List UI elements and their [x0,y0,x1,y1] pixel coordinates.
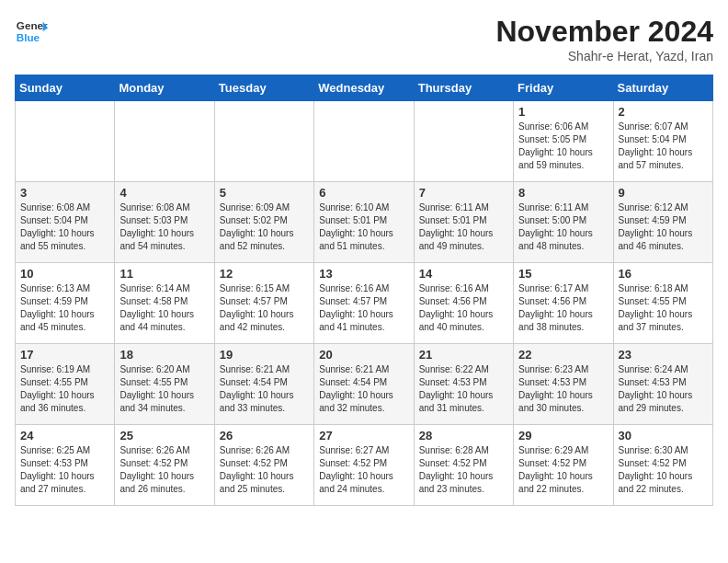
calendar-cell: 12Sunrise: 6:15 AM Sunset: 4:57 PM Dayli… [214,263,313,344]
calendar-cell: 4Sunrise: 6:08 AM Sunset: 5:03 PM Daylig… [115,182,214,263]
day-number: 8 [518,186,608,200]
day-info: Sunrise: 6:21 AM Sunset: 4:54 PM Dayligh… [319,363,408,415]
weekday-friday: Friday [514,75,613,101]
weekday-sunday: Sunday [16,75,115,101]
calendar-cell: 19Sunrise: 6:21 AM Sunset: 4:54 PM Dayli… [214,344,313,425]
day-info: Sunrise: 6:10 AM Sunset: 5:01 PM Dayligh… [319,201,408,253]
calendar-table: SundayMondayTuesdayWednesdayThursdayFrid… [15,75,713,506]
calendar-cell: 20Sunrise: 6:21 AM Sunset: 4:54 PM Dayli… [314,344,414,425]
calendar-cell: 11Sunrise: 6:14 AM Sunset: 4:58 PM Dayli… [115,263,214,344]
calendar-cell: 17Sunrise: 6:19 AM Sunset: 4:55 PM Dayli… [16,344,115,425]
logo-icon: General Blue [15,15,48,48]
day-number: 27 [319,429,408,442]
day-number: 22 [518,348,608,362]
day-number: 3 [20,186,109,200]
weekday-thursday: Thursday [414,75,513,101]
day-info: Sunrise: 6:12 AM Sunset: 4:59 PM Dayligh… [619,201,708,253]
day-info: Sunrise: 6:07 AM Sunset: 5:04 PM Dayligh… [619,121,708,172]
calendar-cell: 26Sunrise: 6:26 AM Sunset: 4:52 PM Dayli… [214,425,313,506]
day-number: 18 [119,348,209,362]
day-number: 23 [619,348,708,362]
location: Shahr-e Herat, Yazd, Iran [495,49,713,63]
day-number: 6 [319,186,408,200]
calendar-week-3: 10Sunrise: 6:13 AM Sunset: 4:59 PM Dayli… [16,263,713,344]
calendar-cell: 6Sunrise: 6:10 AM Sunset: 5:01 PM Daylig… [314,182,414,263]
day-info: Sunrise: 6:08 AM Sunset: 5:03 PM Dayligh… [119,201,209,253]
day-info: Sunrise: 6:30 AM Sunset: 4:52 PM Dayligh… [619,444,708,496]
calendar-cell: 25Sunrise: 6:26 AM Sunset: 4:52 PM Dayli… [115,425,214,506]
day-number: 26 [220,429,309,442]
day-info: Sunrise: 6:09 AM Sunset: 5:02 PM Dayligh… [220,201,309,253]
calendar-cell: 29Sunrise: 6:29 AM Sunset: 4:52 PM Dayli… [514,425,613,506]
svg-text:Blue: Blue [17,31,40,43]
day-info: Sunrise: 6:19 AM Sunset: 4:55 PM Dayligh… [20,363,109,415]
day-number: 30 [619,429,708,442]
day-number: 7 [419,186,508,200]
calendar-cell: 24Sunrise: 6:25 AM Sunset: 4:53 PM Dayli… [16,425,115,506]
day-info: Sunrise: 6:25 AM Sunset: 4:53 PM Dayligh… [20,444,109,496]
day-info: Sunrise: 6:28 AM Sunset: 4:52 PM Dayligh… [419,444,508,496]
calendar-week-2: 3Sunrise: 6:08 AM Sunset: 5:04 PM Daylig… [16,182,713,263]
day-number: 17 [20,348,109,362]
calendar-cell: 30Sunrise: 6:30 AM Sunset: 4:52 PM Dayli… [613,425,712,506]
calendar-cell: 2Sunrise: 6:07 AM Sunset: 5:04 PM Daylig… [613,101,712,182]
calendar-cell: 18Sunrise: 6:20 AM Sunset: 4:55 PM Dayli… [115,344,214,425]
weekday-wednesday: Wednesday [314,75,414,101]
day-info: Sunrise: 6:17 AM Sunset: 4:56 PM Dayligh… [518,282,608,334]
calendar-cell [314,101,414,182]
day-number: 14 [419,267,508,281]
calendar-week-5: 24Sunrise: 6:25 AM Sunset: 4:53 PM Dayli… [16,425,713,506]
calendar-cell: 7Sunrise: 6:11 AM Sunset: 5:01 PM Daylig… [414,182,513,263]
calendar-cell: 16Sunrise: 6:18 AM Sunset: 4:55 PM Dayli… [613,263,712,344]
day-info: Sunrise: 6:11 AM Sunset: 5:01 PM Dayligh… [419,201,508,253]
day-number: 11 [119,267,209,281]
weekday-header-row: SundayMondayTuesdayWednesdayThursdayFrid… [16,75,713,101]
calendar-cell [115,101,214,182]
month-title: November 2024 [495,15,713,49]
calendar-week-1: 1Sunrise: 6:06 AM Sunset: 5:05 PM Daylig… [16,101,713,182]
day-info: Sunrise: 6:18 AM Sunset: 4:55 PM Dayligh… [619,282,708,334]
day-info: Sunrise: 6:27 AM Sunset: 4:52 PM Dayligh… [319,444,408,496]
day-number: 1 [518,105,608,119]
calendar-cell [414,101,513,182]
day-number: 25 [119,429,209,442]
day-info: Sunrise: 6:26 AM Sunset: 4:52 PM Dayligh… [119,444,209,496]
calendar-cell: 15Sunrise: 6:17 AM Sunset: 4:56 PM Dayli… [514,263,613,344]
day-number: 2 [619,105,708,119]
calendar-cell [214,101,313,182]
weekday-monday: Monday [115,75,214,101]
calendar-cell: 10Sunrise: 6:13 AM Sunset: 4:59 PM Dayli… [16,263,115,344]
day-info: Sunrise: 6:13 AM Sunset: 4:59 PM Dayligh… [20,282,109,334]
calendar-cell: 28Sunrise: 6:28 AM Sunset: 4:52 PM Dayli… [414,425,513,506]
weekday-tuesday: Tuesday [214,75,313,101]
day-number: 29 [518,429,608,442]
calendar-week-4: 17Sunrise: 6:19 AM Sunset: 4:55 PM Dayli… [16,344,713,425]
day-number: 4 [119,186,209,200]
day-info: Sunrise: 6:06 AM Sunset: 5:05 PM Dayligh… [518,121,608,172]
day-info: Sunrise: 6:11 AM Sunset: 5:00 PM Dayligh… [518,201,608,253]
day-info: Sunrise: 6:14 AM Sunset: 4:58 PM Dayligh… [119,282,209,334]
day-number: 13 [319,267,408,281]
calendar-cell: 1Sunrise: 6:06 AM Sunset: 5:05 PM Daylig… [514,101,613,182]
day-number: 21 [419,348,508,362]
calendar-cell: 23Sunrise: 6:24 AM Sunset: 4:53 PM Dayli… [613,344,712,425]
day-number: 12 [220,267,309,281]
day-number: 19 [220,348,309,362]
day-number: 28 [419,429,508,442]
calendar-cell [16,101,115,182]
day-info: Sunrise: 6:16 AM Sunset: 4:56 PM Dayligh… [419,282,508,334]
day-info: Sunrise: 6:26 AM Sunset: 4:52 PM Dayligh… [220,444,309,496]
day-number: 15 [518,267,608,281]
weekday-saturday: Saturday [613,75,712,101]
calendar-cell: 22Sunrise: 6:23 AM Sunset: 4:53 PM Dayli… [514,344,613,425]
calendar-cell: 21Sunrise: 6:22 AM Sunset: 4:53 PM Dayli… [414,344,513,425]
day-info: Sunrise: 6:20 AM Sunset: 4:55 PM Dayligh… [119,363,209,415]
day-info: Sunrise: 6:08 AM Sunset: 5:04 PM Dayligh… [20,201,109,253]
day-info: Sunrise: 6:22 AM Sunset: 4:53 PM Dayligh… [419,363,508,415]
day-info: Sunrise: 6:15 AM Sunset: 4:57 PM Dayligh… [220,282,309,334]
page-header: General Blue November 2024 Shahr-e Herat… [15,15,713,63]
calendar-cell: 14Sunrise: 6:16 AM Sunset: 4:56 PM Dayli… [414,263,513,344]
day-number: 5 [220,186,309,200]
title-block: November 2024 Shahr-e Herat, Yazd, Iran [495,15,713,63]
day-info: Sunrise: 6:24 AM Sunset: 4:53 PM Dayligh… [619,363,708,415]
